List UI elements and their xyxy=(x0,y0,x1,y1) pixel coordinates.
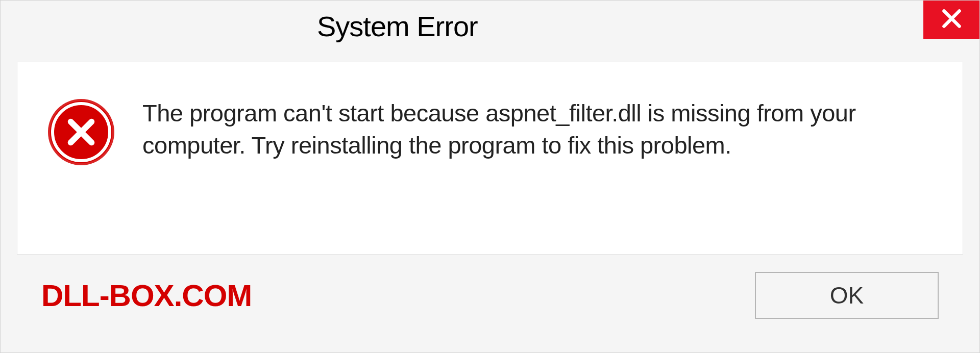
watermark-text: DLL-BOX.COM xyxy=(41,278,252,313)
dialog-title: System Error xyxy=(317,10,478,43)
error-icon xyxy=(48,99,114,165)
error-icon-wrapper xyxy=(48,99,114,165)
close-button[interactable] xyxy=(923,1,979,39)
close-icon xyxy=(940,7,963,32)
title-bar: System Error xyxy=(1,1,979,52)
footer-bar: DLL-BOX.COM OK xyxy=(17,255,963,336)
ok-button[interactable]: OK xyxy=(755,272,939,319)
error-message: The program can't start because aspnet_f… xyxy=(142,97,908,162)
error-dialog: System Error The program can't start bec… xyxy=(0,0,980,353)
content-panel: The program can't start because aspnet_f… xyxy=(17,62,963,255)
